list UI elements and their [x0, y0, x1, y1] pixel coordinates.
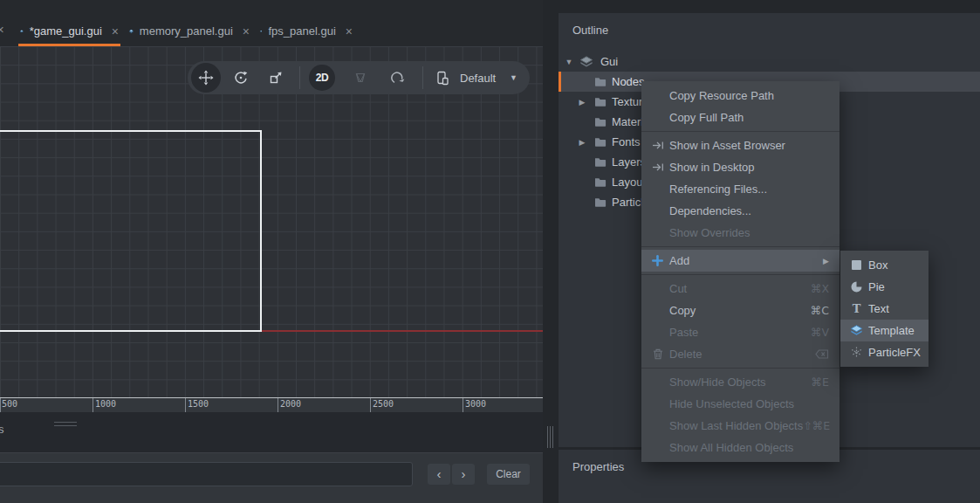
console-toolbar: ‹ › Clear — [0, 452, 543, 503]
shortcut-label: ⌘C — [811, 304, 829, 317]
ruler-tick — [278, 398, 278, 412]
tree-label: Fonts — [612, 135, 641, 148]
menu-item-add[interactable]: Add ▶ — [641, 250, 840, 272]
menu-item-show-overrides: Show Overrides — [641, 222, 840, 244]
submenu-item-text[interactable]: T Text — [840, 298, 929, 320]
box-icon — [849, 259, 864, 271]
clear-console-button[interactable]: Clear — [487, 464, 530, 485]
menu-separator — [641, 274, 840, 275]
menu-item-dependencies[interactable]: Dependencies... — [641, 200, 840, 222]
ruler-tick — [463, 398, 463, 412]
find-next-button[interactable]: › — [452, 464, 475, 485]
delete-forward-icon — [815, 349, 829, 359]
menu-item-copy-full-path[interactable]: Copy Full Path — [641, 107, 840, 128]
toolbar-divider — [422, 66, 423, 89]
shortcut-label: ⌘X — [811, 282, 829, 295]
ruler-tick — [0, 398, 1, 412]
folder-icon — [594, 157, 607, 167]
menu-item-show-in-asset-browser[interactable]: Show in Asset Browser — [641, 134, 840, 156]
folder-icon — [594, 117, 607, 127]
pie-icon — [849, 281, 864, 293]
ruler-tick-label: 3000 — [465, 399, 486, 409]
caret-collapsed-icon[interactable]: ▶ — [577, 138, 587, 147]
tree-label: Nodes — [612, 75, 645, 88]
add-submenu: Box Pie T Text Template Partic — [840, 251, 929, 367]
trash-icon — [650, 348, 665, 360]
gui-bounds-rect — [0, 130, 262, 332]
menu-item-paste: Paste ⌘V — [641, 321, 840, 343]
close-icon[interactable]: × — [112, 24, 119, 38]
chevron-down-icon[interactable]: ▼ — [510, 73, 517, 82]
editor-window: × *game_gui.gui × memory_panel.gui × — [0, 0, 980, 503]
caret-expanded-icon[interactable]: ▼ — [564, 58, 574, 66]
scene-editor-pane: × *game_gui.gui × memory_panel.gui × — [0, 0, 543, 503]
caret-collapsed-icon[interactable]: ▶ — [577, 98, 587, 107]
submenu-arrow-icon: ▶ — [823, 257, 829, 265]
folder-icon — [594, 97, 607, 107]
jump-to-icon — [650, 162, 665, 172]
menu-item-show-in-desktop[interactable]: Show in Desktop — [641, 156, 840, 178]
submenu-item-box[interactable]: Box — [840, 254, 929, 276]
console-search-input[interactable] — [0, 462, 413, 486]
tab-label: *game_gui.gui — [30, 24, 102, 38]
close-icon[interactable]: × — [243, 24, 250, 38]
frustum-icon — [353, 70, 368, 86]
console-area: s — [0, 412, 543, 452]
menu-item-copy-resource-path[interactable]: Copy Resource Path — [641, 85, 840, 107]
menu-item-hide-unselected-objects: Hide Unselected Objects — [641, 393, 840, 415]
shortcut-label: ⇧⌘E — [803, 419, 830, 432]
outline-row-gui[interactable]: ▼ Gui — [559, 52, 980, 72]
folder-icon — [594, 77, 607, 86]
move-icon — [198, 70, 214, 86]
gui-file-icon — [260, 25, 262, 38]
move-tool-button[interactable] — [191, 63, 221, 93]
tab-game-gui[interactable]: *game_gui.gui × — [18, 16, 120, 46]
close-icon[interactable]: × — [346, 24, 353, 38]
submenu-item-pie[interactable]: Pie — [840, 276, 929, 298]
close-icon[interactable]: × — [0, 22, 4, 37]
menu-item-show-all-hidden-objects: Show All Hidden Objects — [641, 437, 840, 458]
perspective-camera-button[interactable] — [346, 63, 375, 93]
shortcut-label: ⌘V — [811, 326, 829, 339]
menu-separator — [641, 368, 840, 369]
find-previous-button[interactable]: ‹ — [428, 464, 450, 485]
gui-file-icon — [129, 25, 134, 38]
ruler-tick — [93, 398, 93, 412]
ruler-tick-label: 2000 — [280, 399, 301, 409]
scale-tool-button[interactable] — [261, 63, 291, 93]
folder-icon — [594, 177, 607, 187]
viewport-toolbar: 2D — [188, 61, 530, 94]
ruler-tick-label: 1000 — [95, 399, 116, 409]
ruler-tick-label: 500 — [2, 399, 17, 409]
rotate-tool-button[interactable] — [226, 63, 256, 93]
orbit-camera-button[interactable] — [382, 63, 412, 93]
pane-divider-handle[interactable] — [547, 426, 555, 448]
ruler-tick-label: 1500 — [188, 399, 209, 409]
folder-icon — [594, 137, 607, 147]
x-axis-line — [262, 330, 543, 332]
horizontal-scrollbar[interactable] — [54, 422, 77, 426]
2d-mode-label: 2D — [316, 72, 328, 84]
gui-file-icon — [20, 25, 24, 38]
tab-label: fps_panel.gui — [268, 24, 335, 38]
menu-item-referencing-files[interactable]: Referencing Files... — [641, 178, 840, 200]
particlefx-icon — [849, 347, 864, 358]
menu-item-delete: Delete — [641, 343, 840, 365]
camera-filter-value[interactable]: Default — [460, 72, 496, 85]
folder-icon — [594, 197, 607, 207]
submenu-item-particlefx[interactable]: ParticleFX — [840, 341, 929, 363]
submenu-item-template[interactable]: Template — [840, 320, 929, 341]
gui-icon — [579, 56, 593, 68]
scene-viewport[interactable]: 2D — [0, 46, 543, 397]
tab-fps-panel[interactable]: fps_panel.gui × — [258, 16, 354, 46]
menu-item-copy[interactable]: Copy ⌘C — [641, 300, 840, 321]
tab-bar: × *game_gui.gui × memory_panel.gui × — [0, 0, 543, 46]
device-phone-icon — [435, 70, 450, 86]
tab-memory-panel[interactable]: memory_panel.gui × — [127, 16, 251, 46]
scale-icon — [268, 70, 284, 86]
shortcut-label: ⌘E — [812, 376, 829, 389]
plus-icon — [650, 255, 665, 266]
2d-mode-button[interactable]: 2D — [309, 65, 335, 91]
template-icon — [849, 325, 864, 336]
device-profile-button[interactable] — [432, 63, 453, 93]
